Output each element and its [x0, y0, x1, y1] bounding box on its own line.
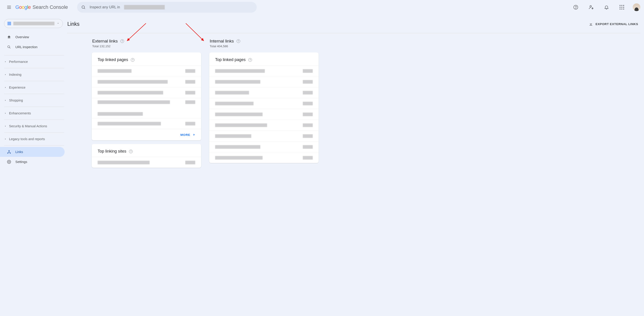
chevron-right-icon — [192, 133, 196, 137]
sidebar-item-overview[interactable]: Overview — [0, 32, 65, 42]
chevron-right-icon — [4, 112, 7, 114]
sidebar-group-label: Security & Manual Actions — [9, 124, 47, 128]
svg-point-14 — [8, 162, 10, 162]
search-icon — [81, 5, 86, 10]
table-row[interactable] — [209, 109, 318, 120]
table-row[interactable] — [92, 65, 201, 76]
sidebar-group-enhancements[interactable]: Enhancements — [0, 108, 65, 118]
property-selector[interactable] — [4, 19, 63, 28]
sidebar-divider — [4, 120, 64, 120]
sidebar-group-shopping[interactable]: Shopping — [0, 96, 65, 105]
svg-point-8 — [592, 8, 593, 9]
search-placeholder-prefix: Inspect any URL in — [90, 5, 120, 9]
redacted-url — [98, 122, 161, 126]
sidebar-divider — [4, 81, 64, 81]
sidebar-item-settings[interactable]: Settings — [0, 157, 65, 167]
table-row[interactable] — [209, 65, 318, 76]
google-wordmark: Google — [15, 4, 31, 10]
help-circle-icon — [573, 5, 578, 10]
chevron-right-icon — [4, 86, 7, 88]
google-apps-button[interactable] — [617, 3, 626, 12]
help-icon[interactable] — [236, 39, 240, 43]
redacted-url — [215, 80, 260, 84]
sidebar-item-label: Links — [15, 150, 23, 154]
notifications-button[interactable] — [602, 3, 611, 12]
redacted-url — [215, 102, 254, 105]
table-row[interactable] — [92, 87, 201, 98]
account-settings-button[interactable] — [586, 3, 596, 12]
more-button[interactable]: MORE — [92, 129, 201, 140]
home-icon — [7, 35, 11, 39]
table-row[interactable] — [92, 76, 201, 87]
sidebar-item-links[interactable]: Links — [0, 147, 65, 157]
help-icon[interactable] — [129, 150, 133, 153]
sidebar-item-url-inspection[interactable]: URL inspection — [0, 42, 65, 52]
external-links-column: External links Total 132,152 Top linked … — [92, 38, 201, 168]
internal-links-total: Total 404,586 — [210, 44, 318, 48]
table-row[interactable] — [209, 141, 318, 152]
url-inspection-search[interactable]: Inspect any URL in — [77, 2, 257, 13]
product-name: Search Console — [32, 4, 68, 10]
account-avatar[interactable] — [633, 4, 640, 11]
product-logo[interactable]: Google Search Console — [15, 4, 68, 10]
redacted-url — [98, 91, 163, 94]
sidebar-group-indexing[interactable]: Indexing — [0, 70, 65, 80]
redacted-url — [98, 100, 170, 104]
sidebar-group-legacy[interactable]: Legacy tools and reports — [0, 134, 65, 144]
table-row[interactable] — [92, 98, 201, 118]
redacted-url — [215, 134, 251, 138]
top-linking-sites-card: Top linking sites — [92, 144, 201, 168]
redacted-url — [98, 80, 168, 84]
help-icon[interactable] — [131, 58, 134, 62]
external-links-header: External links Total 132,152 — [92, 38, 201, 49]
property-favicon — [8, 22, 11, 25]
menu-button[interactable] — [4, 2, 14, 13]
svg-point-11 — [9, 150, 10, 151]
sidebar-group-label: Indexing — [9, 73, 22, 76]
redacted-url — [215, 124, 267, 127]
internal-links-header: Internal links Total 404,586 — [209, 38, 318, 49]
card-title: Top linked pages — [215, 58, 246, 62]
sidebar-group-performance[interactable]: Performance — [0, 57, 65, 67]
export-label: EXPORT EXTERNAL LINKS — [596, 22, 638, 26]
svg-rect-15 — [590, 25, 592, 26]
table-row[interactable] — [209, 152, 318, 163]
redacted-url — [215, 145, 260, 149]
help-icon[interactable] — [120, 39, 124, 43]
table-row[interactable] — [92, 157, 201, 168]
svg-point-12 — [8, 153, 8, 154]
table-row[interactable] — [209, 87, 318, 98]
top-linked-pages-external-card: Top linked pages MORE — [92, 52, 201, 140]
redacted-url — [98, 69, 132, 73]
redacted-count — [303, 112, 313, 116]
sidebar-group-label: Experience — [9, 86, 26, 89]
table-row[interactable] — [92, 118, 201, 129]
chevron-right-icon — [4, 74, 7, 76]
sidebar-divider — [4, 132, 64, 133]
external-links-title: External links — [92, 39, 118, 44]
table-row[interactable] — [209, 120, 318, 130]
table-row[interactable] — [209, 130, 318, 141]
sidebar-group-experience[interactable]: Experience — [0, 82, 65, 92]
sidebar-divider — [4, 94, 64, 94]
export-external-links-button[interactable]: EXPORT EXTERNAL LINKS — [586, 20, 640, 28]
help-button[interactable] — [571, 3, 580, 12]
app-header: Google Search Console Inspect any URL in — [0, 0, 644, 14]
external-links-total: Total 132,152 — [92, 44, 201, 48]
sidebar-item-label: URL inspection — [15, 45, 38, 49]
help-icon[interactable] — [248, 58, 252, 62]
redacted-count — [303, 156, 313, 160]
svg-line-4 — [84, 8, 85, 9]
sidebar-group-security[interactable]: Security & Manual Actions — [0, 121, 65, 131]
internal-links-column: Internal links Total 404,586 Top linked … — [209, 38, 318, 168]
redacted-url — [215, 156, 262, 160]
redacted-count — [303, 145, 313, 149]
table-row[interactable] — [209, 76, 318, 87]
magnifier-icon — [7, 45, 11, 49]
links-icon — [7, 150, 11, 154]
internal-links-title: Internal links — [210, 39, 234, 44]
redacted-count — [303, 91, 313, 94]
table-row[interactable] — [209, 98, 318, 109]
page-title: Links — [67, 21, 80, 27]
bell-icon — [604, 5, 609, 10]
